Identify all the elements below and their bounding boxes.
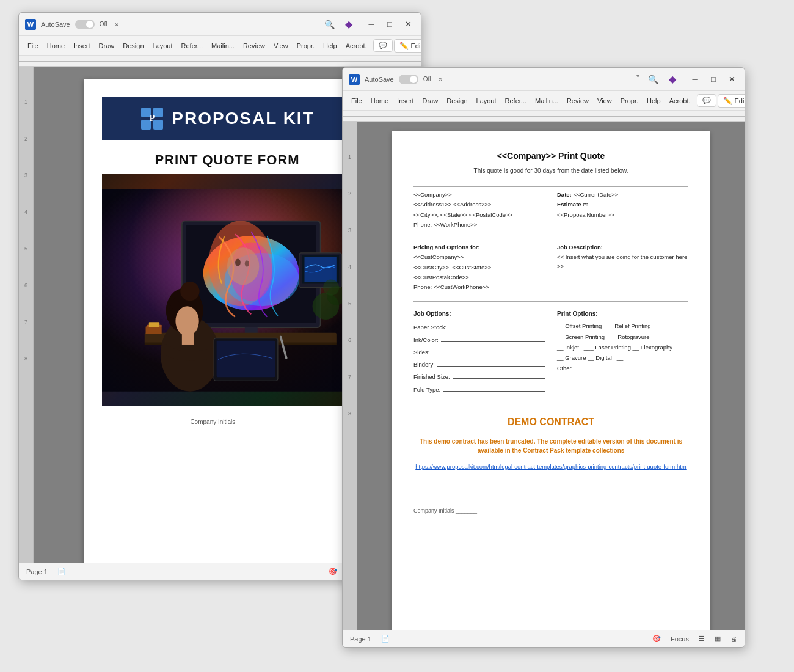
cover-image: [102, 174, 352, 406]
search-icon-1[interactable]: 🔍: [322, 17, 337, 32]
menu-acro-2[interactable]: Acrobt.: [666, 95, 694, 106]
editing-btn-2[interactable]: ✏️ Editing ›: [718, 94, 746, 108]
menu-view-2[interactable]: View: [594, 95, 616, 106]
doc-icon-1: 📄: [57, 568, 66, 575]
pricing-title: Pricing and Options for:: [413, 243, 545, 252]
menu-help-2[interactable]: Help: [643, 95, 665, 106]
initials-label: Company Initials: [190, 418, 235, 425]
autosave-toggle-2[interactable]: [399, 75, 418, 84]
finished-row: Finished Size:: [413, 371, 545, 381]
ribbon-2: File Home Insert Draw Design Layout Refe…: [343, 91, 745, 111]
menu-acro-1[interactable]: Acrobt.: [342, 40, 371, 51]
proposal-kit-logo-icon: P: [140, 106, 164, 131]
company-city: <<City>>, <<State>> <<PostalCode>>: [413, 211, 545, 219]
margin-ruler-2: 1 2 3 4 5 6 7 8: [343, 122, 357, 630]
titlebar-2: W AutoSave Off » ˅ 🔍 ◆ ─ □ ✕: [343, 68, 745, 91]
menu-layout-2[interactable]: Layout: [473, 95, 500, 106]
toggle-text-1: Off: [100, 21, 107, 27]
bindery-line: [437, 359, 545, 367]
job-options-title: Job Options:: [413, 309, 545, 318]
menu-draw-2[interactable]: Draw: [419, 95, 442, 106]
autosave-label-2: AutoSave: [365, 76, 394, 83]
window-controls-1: ─ □ ✕: [365, 18, 415, 31]
menu-insert-2[interactable]: Insert: [393, 95, 418, 106]
cust-city: <<CustCity>>, <<CustState>>: [413, 263, 545, 272]
fold-line: [443, 384, 545, 392]
menu-design-1[interactable]: Design: [119, 40, 147, 51]
bindery-label: Bindery:: [413, 360, 435, 369]
minimize-btn-2[interactable]: ─: [688, 73, 702, 86]
close-btn-1[interactable]: ✕: [401, 18, 415, 31]
menu-home-2[interactable]: Home: [367, 95, 392, 106]
page-2: <<Company>> Print Quote This quote is go…: [392, 131, 710, 630]
dropdown-icon-2[interactable]: ˅: [635, 73, 641, 86]
demo-text: This demo contract has been truncated. T…: [413, 437, 688, 455]
menu-help-1[interactable]: Help: [319, 40, 341, 51]
menu-layout-1[interactable]: Layout: [149, 40, 177, 51]
ruler-2: [343, 111, 745, 122]
comment-btn-2[interactable]: 💬: [697, 94, 716, 107]
maximize-btn-1[interactable]: □: [383, 18, 396, 31]
pricing-col: Pricing and Options for: <<CustCompany>>…: [413, 243, 545, 293]
comment-btn-1[interactable]: 💬: [373, 39, 393, 52]
menu-mail-2[interactable]: Mailin...: [531, 95, 562, 106]
word-window-2[interactable]: W AutoSave Off » ˅ 🔍 ◆ ─ □ ✕ File Home I…: [342, 67, 745, 648]
options-section: Job Options: Paper Stock: Ink/Color: Sid…: [413, 309, 688, 396]
menu-draw-1[interactable]: Draw: [95, 40, 118, 51]
menu-prop-1[interactable]: Propr.: [293, 40, 318, 51]
initials-line: ________: [237, 418, 264, 425]
svg-point-36: [323, 280, 339, 296]
editing-btn-1[interactable]: ✏️ Editing ›: [394, 39, 422, 53]
maximize-btn-2[interactable]: □: [707, 73, 720, 86]
company-col: <<Company>> <<Address1>> <<Address2>> <<…: [413, 191, 545, 230]
ink-label: Ink/Color:: [413, 336, 439, 345]
demo-title: DEMO CONTRACT: [413, 415, 688, 429]
doc-content: <<Company>> Print Quote This quote is go…: [392, 131, 710, 489]
search-icon-2[interactable]: 🔍: [646, 72, 660, 87]
menu-file-2[interactable]: File: [348, 95, 366, 106]
doc-subtitle: This quote is good for 30 days from the …: [413, 166, 688, 175]
date-row: Date: <<CurrentDate>>: [557, 191, 688, 199]
company-name: <<Company>>: [413, 191, 545, 199]
menu-insert-1[interactable]: Insert: [70, 40, 94, 51]
job-desc-col: Job Description: << Insert what you are …: [557, 243, 688, 293]
word-logo-2: W: [349, 74, 360, 85]
menu-ref-1[interactable]: Refer...: [178, 40, 206, 51]
autosave-toggle-1[interactable]: [75, 20, 95, 29]
cover-header: P PROPOSAL KIT: [102, 97, 352, 140]
focus-text-2: Focus: [671, 635, 689, 643]
menu-home-1[interactable]: Home: [43, 40, 68, 51]
diamond-icon-2[interactable]: ◆: [665, 72, 680, 87]
menu-prop-2[interactable]: Propr.: [617, 95, 642, 106]
menu-design-2[interactable]: Design: [443, 95, 471, 106]
doc-footer-2: Company Initials _______: [392, 502, 710, 520]
svg-rect-37: [146, 326, 162, 334]
statusbar-2: Page 1 📄 🎯 Focus ☰ ▦ 🖨: [343, 630, 745, 647]
print-opt-2: __ Screen Printing __ Rotogravure: [557, 333, 688, 341]
print-opt-1: __ Offset Printing __ Relief Printing: [557, 322, 688, 331]
menu-review-2[interactable]: Review: [563, 95, 592, 106]
editing-label-1: Editing: [411, 42, 422, 49]
demo-section: DEMO CONTRACT This demo contract has bee…: [413, 415, 688, 471]
ink-row: Ink/Color:: [413, 335, 545, 345]
menu-ref-2[interactable]: Refer...: [501, 95, 530, 106]
print-options-col: Print Options: __ Offset Printing __ Rel…: [557, 309, 688, 396]
word-logo-1: W: [25, 19, 36, 30]
menu-file-1[interactable]: File: [24, 40, 42, 51]
svg-text:P: P: [150, 114, 155, 123]
close-btn-2[interactable]: ✕: [725, 73, 738, 86]
company-phone: Phone: <<WorkPhone>>: [413, 221, 545, 229]
pricing-columns: Pricing and Options for: <<CustCompany>>…: [413, 243, 688, 293]
bindery-row: Bindery:: [413, 359, 545, 369]
menu-review-1[interactable]: Review: [239, 40, 269, 51]
demo-link[interactable]: https://www.proposalkit.com/htm/legal-co…: [413, 462, 688, 471]
menu-view-1[interactable]: View: [270, 40, 292, 51]
print-icon-2: 🖨: [730, 635, 737, 643]
print-opt-5: Other: [557, 364, 688, 373]
svg-point-27: [175, 306, 198, 336]
menu-mail-1[interactable]: Mailin...: [208, 40, 238, 51]
minimize-btn-1[interactable]: ─: [365, 18, 378, 31]
window-controls-2: ─ □ ✕: [688, 73, 738, 86]
svg-rect-32: [217, 341, 275, 377]
diamond-icon-1[interactable]: ◆: [341, 17, 356, 32]
